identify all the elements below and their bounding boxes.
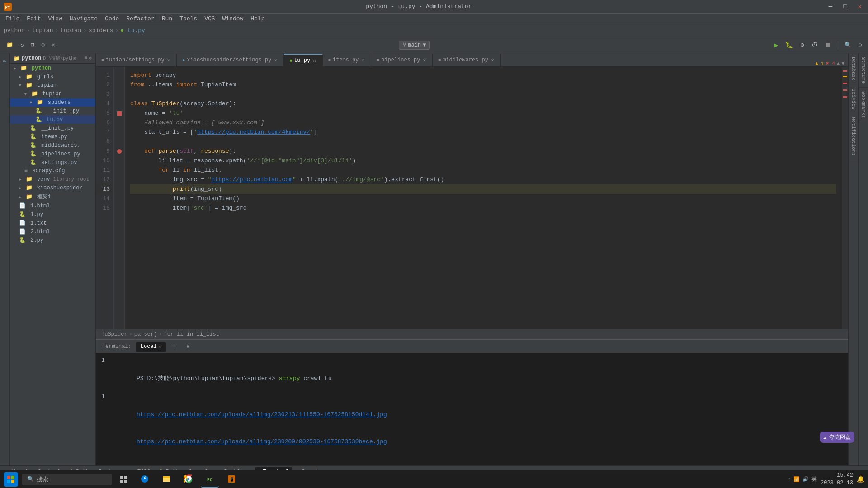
tray-lang[interactable]: 英: [811, 475, 817, 483]
tree-collapse-btn[interactable]: ≡: [85, 56, 87, 61]
tree-tupian-outer[interactable]: ▶ 📁 tupian: [10, 81, 95, 89]
coverage-button[interactable]: ⊕: [797, 40, 807, 50]
taskbar-search[interactable]: 🔍 搜索: [22, 474, 112, 485]
project-icon[interactable]: P: [1, 57, 9, 65]
far-right-bookmarks[interactable]: Bookmarks: [859, 88, 868, 122]
toolbar-collapse-icon[interactable]: ⊟: [28, 40, 37, 50]
menu-window[interactable]: Window: [219, 14, 247, 23]
taskbar-edge[interactable]: [136, 471, 154, 488]
toolbar-folder-icon[interactable]: 📁: [4, 40, 16, 50]
profile-button[interactable]: ⏱: [809, 40, 821, 50]
terminal-tab-add[interactable]: +: [168, 342, 180, 352]
editor-breadcrumb-parse[interactable]: parse(): [134, 331, 157, 338]
close-button[interactable]: ✕: [855, 2, 864, 11]
tab-close-xiaoshuospider[interactable]: ✕: [274, 57, 278, 64]
tree-tupian-inner[interactable]: ▶ 📁 tupian: [10, 89, 95, 98]
tab-close-items[interactable]: ✕: [360, 57, 365, 64]
menu-file[interactable]: File: [2, 14, 23, 23]
debug-button[interactable]: 🐛: [783, 40, 796, 50]
menu-view[interactable]: View: [44, 14, 66, 23]
code-content[interactable]: import scrapy from ..items import Tupian…: [125, 67, 842, 329]
terminal-close-local[interactable]: ✕: [159, 344, 161, 349]
tree-1py[interactable]: 🐍 1.py: [10, 210, 95, 219]
menu-run[interactable]: Run: [158, 14, 176, 23]
tab-close-pipelines[interactable]: ✕: [422, 57, 427, 64]
tree-items-py[interactable]: 🐍 items.py: [10, 132, 95, 141]
clock[interactable]: 15:42 2023-02-13: [821, 472, 853, 487]
menu-vcs[interactable]: VCS: [201, 14, 218, 23]
collapse-icon[interactable]: ▼: [841, 61, 844, 66]
tree-venv[interactable]: ▶ 📁 venv library root: [10, 175, 95, 183]
tree-pipelines-py[interactable]: 🐍 pipelines.py: [10, 150, 95, 158]
taskbar-pycharm[interactable]: PC: [201, 471, 219, 488]
search-button[interactable]: 🔍: [842, 40, 854, 50]
tree-2py[interactable]: 🐍 2.py: [10, 236, 95, 244]
terminal-content[interactable]: 1 PS D:\技能\python\tupian\tupian\spiders>…: [96, 353, 848, 465]
gutter-5[interactable]: [114, 108, 124, 118]
toolbar-close-icon[interactable]: ✕: [49, 40, 58, 50]
notification-icon[interactable]: 🔔: [857, 475, 864, 483]
menu-tools[interactable]: Tools: [176, 14, 201, 23]
term-link-2[interactable]: https://pic.netbian.com/uploads/allimg/2…: [137, 438, 387, 445]
run-button[interactable]: ▶: [771, 39, 781, 51]
breadcrumb-python[interactable]: python: [4, 27, 25, 34]
menu-refactor[interactable]: Refactor: [123, 14, 158, 23]
right-tab-sciview[interactable]: SciView: [849, 85, 858, 113]
settings-button[interactable]: ⚙: [856, 40, 864, 50]
term-link-1[interactable]: https://pic.netbian.com/uploads/allimg/2…: [137, 411, 387, 418]
tab-close-tu[interactable]: ✕: [312, 57, 317, 64]
tree-tu-py[interactable]: 🐍 tu.py: [10, 115, 95, 124]
tab-pipelines-py[interactable]: ■ pipelines.py ✕: [371, 54, 433, 66]
tree-root[interactable]: ▶ 📁 python: [10, 64, 95, 72]
tree-1txt[interactable]: 📄 1.txt: [10, 219, 95, 227]
breadcrumb-file[interactable]: ● tu.py: [120, 27, 145, 34]
tree-init2-py[interactable]: 🐍 __init_.py: [10, 124, 95, 132]
tree-1html[interactable]: 📄 1.html: [10, 202, 95, 210]
gutter-9[interactable]: [114, 146, 124, 156]
toolbar-sync-icon[interactable]: ↻: [18, 40, 26, 50]
breadcrumb-tupian2[interactable]: tupian: [60, 27, 81, 34]
tree-init-py[interactable]: 🐍 __init_.py: [10, 107, 95, 115]
tree-girls[interactable]: ▶ 📁 girls: [10, 72, 95, 81]
taskbar-explorer[interactable]: [157, 471, 175, 488]
tree-scrapy-cfg[interactable]: ≡ scrapy.cfg: [10, 167, 95, 175]
start-button[interactable]: [4, 472, 18, 487]
tab-items-py[interactable]: ■ items.py ✕: [323, 54, 371, 66]
right-tab-notifications[interactable]: Notifications: [849, 113, 858, 160]
tree-kuangjia[interactable]: ▶ 📁 框架1: [10, 192, 95, 202]
far-right-structure[interactable]: Structure: [859, 53, 868, 88]
menu-edit[interactable]: Edit: [23, 14, 44, 23]
tab-close-settings[interactable]: ✕: [166, 57, 171, 64]
taskbar-app6[interactable]: 📱: [222, 471, 241, 488]
tab-middlewares-py[interactable]: ■ middlewares.py ✕: [433, 54, 500, 66]
tree-settings-btn[interactable]: ⚙: [89, 56, 92, 61]
tree-spiders[interactable]: ▶ 📁 spiders: [10, 98, 95, 107]
editor-breadcrumb-for[interactable]: for li in li_list: [164, 331, 219, 338]
tab-settings-py[interactable]: ■ tupian/settings.py ✕: [96, 54, 177, 66]
tab-xiaoshuospider-settings[interactable]: ● xiaoshuospider/settings.py ✕: [177, 54, 284, 66]
tree-xiaoshuospider[interactable]: ▶ 📁 xiaoshuospider: [10, 183, 95, 192]
tab-tu-py[interactable]: ■ tu.py ✕: [284, 54, 323, 66]
editor-breadcrumb-tuspider[interactable]: TuSpider: [101, 331, 127, 338]
minimize-button[interactable]: —: [826, 2, 835, 11]
tree-2html[interactable]: 📄 2.html: [10, 227, 95, 236]
menu-code[interactable]: Code: [101, 14, 123, 23]
branch-selector[interactable]: ⑂ main ▼: [399, 41, 430, 50]
tree-middlewares-py[interactable]: 🐍 middlewares.: [10, 141, 95, 150]
expand-icon[interactable]: ▲: [837, 61, 840, 66]
right-tab-database[interactable]: Database: [849, 53, 858, 85]
toolbar-settings-icon[interactable]: ⚙: [38, 40, 47, 50]
breadcrumb-tupian1[interactable]: tupian: [32, 27, 53, 34]
breadcrumb-spiders[interactable]: spiders: [89, 27, 113, 34]
menu-help[interactable]: Help: [247, 14, 268, 23]
menu-navigate[interactable]: Navigate: [66, 14, 101, 23]
terminal-tab-local[interactable]: Local ✕: [136, 342, 166, 352]
taskbar-chrome[interactable]: [179, 471, 197, 488]
tree-settings-py[interactable]: 🐍 settings.py: [10, 158, 95, 167]
taskbar-multitask[interactable]: [116, 471, 132, 488]
notification-widget[interactable]: ☁ 夸克网盘: [820, 432, 854, 443]
maximize-button[interactable]: □: [840, 2, 849, 11]
terminal-dropdown[interactable]: ∨: [182, 341, 194, 352]
tab-close-middlewares[interactable]: ✕: [490, 57, 495, 64]
stop-button[interactable]: ⏹: [822, 40, 834, 50]
